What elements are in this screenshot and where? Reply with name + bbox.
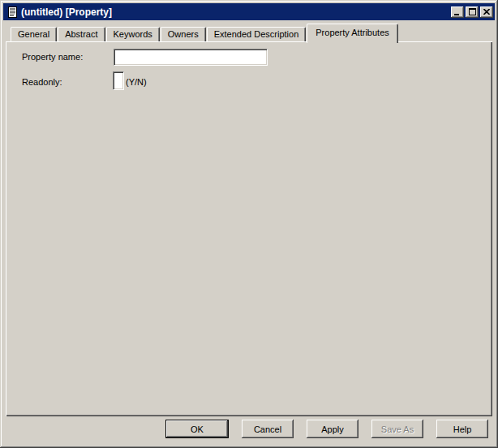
minimize-icon xyxy=(454,9,461,15)
tab-keywords[interactable]: Keywords xyxy=(106,27,160,41)
save-as-button: Save As xyxy=(371,420,423,438)
ok-button[interactable]: OK xyxy=(165,420,229,438)
property-name-label: Property name: xyxy=(22,52,83,62)
apply-button[interactable]: Apply xyxy=(307,420,358,438)
property-dialog-window: (untitled) [Property] General Abstract K… xyxy=(0,0,498,448)
property-name-input[interactable] xyxy=(114,49,268,66)
close-button[interactable] xyxy=(480,6,493,18)
cancel-button[interactable]: Cancel xyxy=(242,420,294,438)
document-icon xyxy=(6,6,18,18)
maximize-button[interactable] xyxy=(466,6,479,18)
tab-extended-description[interactable]: Extended Description xyxy=(207,27,307,41)
tab-strip: General Abstract Keywords Owners Extende… xyxy=(11,24,399,41)
tab-page-property-attributes: Property name: Readonly: (Y/N) xyxy=(6,41,492,416)
window-controls xyxy=(449,6,493,18)
window-title: (untitled) [Property] xyxy=(21,6,449,18)
maximize-icon xyxy=(469,8,476,15)
minimize-button[interactable] xyxy=(451,6,464,18)
tab-abstract[interactable]: Abstract xyxy=(58,27,105,41)
tab-owners[interactable]: Owners xyxy=(161,27,206,41)
tab-general[interactable]: General xyxy=(11,27,57,41)
tab-property-attributes[interactable]: Property Attributes xyxy=(307,24,398,43)
close-icon xyxy=(483,9,490,15)
readonly-hint: (Y/N) xyxy=(126,77,147,87)
readonly-label: Readonly: xyxy=(22,77,62,87)
readonly-input[interactable] xyxy=(113,71,124,90)
help-button[interactable]: Help xyxy=(436,420,488,438)
titlebar[interactable]: (untitled) [Property] xyxy=(3,3,495,20)
